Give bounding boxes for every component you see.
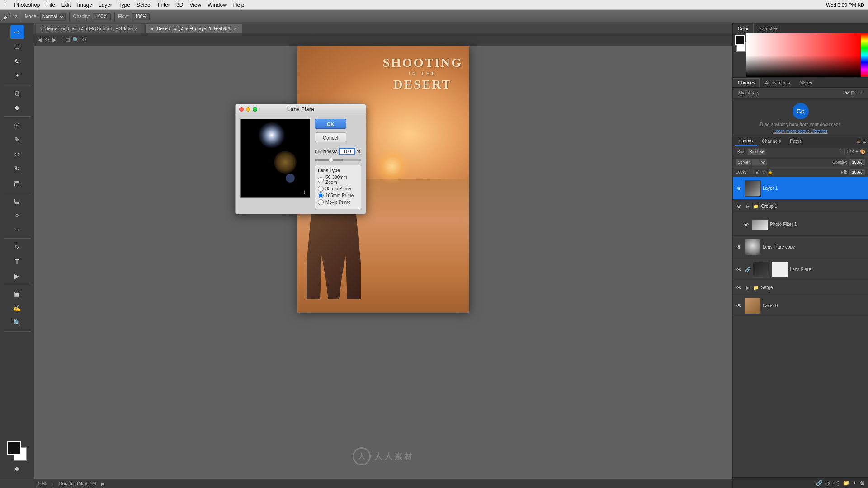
tab-paths[interactable]: Paths (785, 137, 806, 146)
minimize-button-dot[interactable] (246, 107, 250, 112)
brightness-input[interactable] (339, 148, 355, 155)
blur-tool[interactable]: ○ (10, 208, 24, 222)
opacity-input-layers[interactable] (849, 159, 865, 166)
blend-mode-select[interactable]: Screen Normal Multiply (736, 159, 767, 166)
lib-list-icon[interactable]: ≡ (857, 90, 859, 96)
group-expand-icon[interactable]: ▶ (745, 204, 751, 209)
move-tool[interactable]: ⇨ (10, 25, 24, 39)
lib-grid-icon[interactable]: ⊞ (851, 90, 855, 96)
flow-input[interactable] (132, 13, 150, 20)
mode-select[interactable]: Normal Multiply Screen (40, 13, 66, 21)
add-mask-icon[interactable]: ⬚ (834, 480, 839, 486)
lock-transparency-icon[interactable]: ⬛ (748, 169, 754, 174)
new-group-icon[interactable]: 📁 (843, 480, 849, 486)
close-tab2[interactable]: ✕ (233, 27, 237, 31)
menu-view[interactable]: View (189, 2, 201, 8)
zoom-icon[interactable]: 🔍 (72, 37, 79, 43)
layer-item-serge[interactable]: 👁 ▶ 📁 Serge (733, 281, 868, 295)
quick-mask-btn[interactable]: ● (10, 462, 24, 475)
maximize-button-dot[interactable] (253, 107, 257, 112)
tab-swatches[interactable]: Swatches (754, 24, 783, 33)
lock-image-icon[interactable]: 🖌 (755, 169, 760, 174)
layer-item-group1[interactable]: 👁 ▶ 📁 Group 1 (733, 200, 868, 213)
visibility-photofilter[interactable]: 👁 (743, 221, 750, 228)
visibility-serge[interactable]: 👁 (736, 285, 743, 291)
menu-bar[interactable]:  Photoshop File Edit Image Layer Type S… (0, 0, 868, 10)
gradient-tool[interactable]: ▤ (10, 194, 24, 207)
apple-menu[interactable]:  (4, 1, 6, 9)
radio-50-300[interactable] (318, 177, 324, 183)
nav-left-icon[interactable]: ◀ (38, 37, 42, 43)
layer-item-layer0[interactable]: 👁 Layer 0 (733, 295, 868, 317)
menu-photoshop[interactable]: Photoshop (14, 2, 40, 8)
eyedropper-tool[interactable]: ◆ (10, 101, 24, 114)
crosshair-icon[interactable]: ✛ (301, 188, 308, 196)
nav-right-icon[interactable]: ▶ (52, 37, 56, 43)
menu-layer[interactable]: Layer (99, 2, 112, 8)
lens-option-35mm[interactable]: 35mm Prime (318, 186, 358, 192)
link-layers-icon[interactable]: 🔗 (816, 480, 823, 486)
visibility-lensflare-copy[interactable]: 👁 (736, 244, 743, 250)
tab-serge-bond[interactable]: 5-Serge Bond.psd @ 50% (Group 1, RGB/8#)… (35, 24, 144, 33)
lasso-tool[interactable]: ↻ (10, 54, 24, 68)
hand-tool[interactable]: ✍ (10, 301, 24, 315)
history-tool[interactable]: ↻ (10, 162, 24, 175)
ok-button[interactable]: OK (315, 119, 346, 129)
arrange-icon[interactable]: □ (66, 37, 70, 43)
foreground-background-colors[interactable] (7, 441, 27, 461)
magic-wand-tool[interactable]: ✦ (10, 69, 24, 82)
clone-tool[interactable]: ⇰ (10, 147, 24, 161)
fx-icon[interactable]: fx (826, 480, 830, 486)
eraser-tool[interactable]: ▤ (10, 176, 24, 190)
rotate-icon[interactable]: ↻ (82, 37, 86, 43)
color-picker[interactable] (733, 33, 868, 77)
filter-kind-select[interactable]: Kind (747, 148, 766, 155)
fg-color-box[interactable] (735, 35, 745, 45)
zoom-tool[interactable]: 🔍 (10, 316, 24, 329)
heal-tool[interactable]: ☉ (10, 118, 24, 132)
serge-expand-icon[interactable]: ▶ (745, 285, 751, 290)
tab-channels[interactable]: Channels (757, 137, 785, 146)
menu-select[interactable]: Select (137, 2, 151, 8)
learn-more-link[interactable]: Learn more about Libraries (773, 129, 827, 134)
close-tab1[interactable]: ✕ (135, 27, 138, 31)
lens-option-50-300[interactable]: 50-300mm Zoom (318, 175, 358, 185)
visibility-lensflare[interactable]: 👁 (736, 267, 743, 273)
menu-help[interactable]: Help (233, 2, 245, 8)
foreground-color[interactable] (7, 441, 21, 455)
layer-item-lensflare[interactable]: 👁 🔗 Lens Flare (733, 258, 868, 281)
marquee-tool[interactable]: □ (10, 40, 24, 53)
radio-35mm[interactable] (318, 186, 324, 192)
tab-libraries[interactable]: Libraries (733, 78, 760, 87)
lock-position-icon[interactable]: ✛ (762, 169, 765, 174)
menu-image[interactable]: Image (77, 2, 92, 8)
nav-arrows[interactable]: ↻ (45, 37, 49, 43)
dodge-tool[interactable]: ○ (10, 223, 24, 236)
menu-3d[interactable]: 3D (176, 2, 183, 8)
tab-layers[interactable]: Layers (735, 137, 757, 146)
cancel-button[interactable]: Cancel (315, 132, 346, 142)
fill-input[interactable] (849, 169, 865, 175)
delete-layer-icon[interactable]: 🗑 (860, 480, 865, 486)
visibility-group1[interactable]: 👁 (736, 203, 743, 210)
shape-tool[interactable]: ▣ (10, 287, 24, 300)
tab-desert[interactable]: ● Desert.jpg @ 50% (Layer 1, RGB/8#) ✕ (145, 24, 243, 33)
radio-movie[interactable] (318, 199, 324, 205)
layers-options-icon[interactable]: ☰ (862, 139, 866, 144)
path-select-tool[interactable]: ▶ (10, 269, 24, 283)
lens-option-105mm[interactable]: 105mm Prime (318, 192, 358, 198)
tab-color[interactable]: Color (733, 24, 754, 33)
lens-flare-preview[interactable]: ✛ (240, 119, 310, 198)
menu-window[interactable]: Window (208, 2, 227, 8)
library-select[interactable]: My Library (736, 90, 851, 96)
brush-tool-icon[interactable]: 🖌 (3, 13, 10, 21)
layer-item-lensflare-copy[interactable]: 👁 Lens Flare copy (733, 236, 868, 258)
pen-tool[interactable]: ✎ (10, 240, 24, 254)
layer-item-photofilter[interactable]: 👁 Photo Filter 1 (733, 213, 868, 236)
opacity-input[interactable] (93, 13, 111, 20)
tab-styles[interactable]: Styles (795, 78, 817, 87)
visibility-layer1[interactable]: 👁 (736, 185, 743, 192)
lens-option-movie[interactable]: Movie Prime (318, 199, 358, 205)
lock-all-icon[interactable]: 🔒 (767, 169, 773, 174)
menu-type[interactable]: Type (118, 2, 130, 8)
